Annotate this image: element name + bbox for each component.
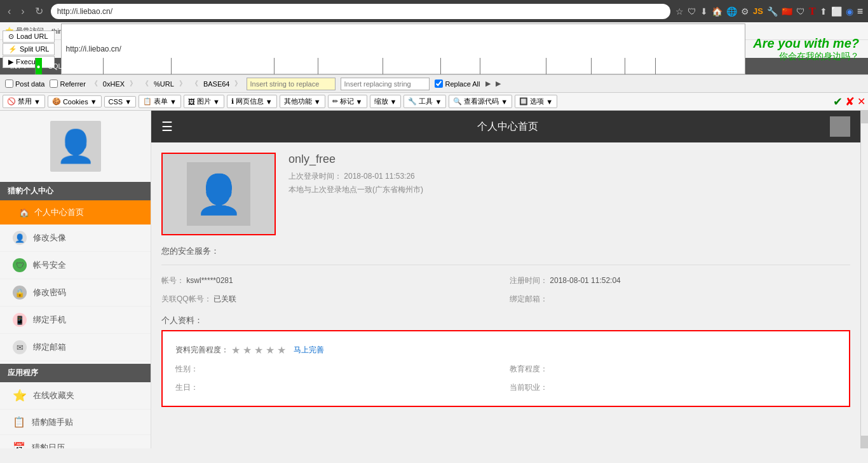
replacing-string-input[interactable] <box>341 78 430 90</box>
sidebar-item-password[interactable]: 🔒 修改密码 <box>0 279 151 307</box>
sidebar-item-security[interactable]: 🛡 帐号安全 <box>0 252 151 279</box>
post-data-checkbox[interactable]: Post data <box>5 79 44 88</box>
scroll-track[interactable] <box>861 123 868 436</box>
hackbar-sql-basics[interactable]: SQL BASICS▼ <box>42 58 104 74</box>
ext-icon3[interactable]: ⬆ <box>820 6 827 17</box>
page-info-button[interactable]: ℹ 网页信息▼ <box>227 95 277 108</box>
disable-button[interactable]: 🚫 禁用▼ <box>3 95 45 108</box>
settings-icon[interactable]: ⚙ <box>741 6 749 17</box>
ext-icon1[interactable]: 🛡 <box>796 6 805 17</box>
shield-icon[interactable]: 🛡 <box>688 6 696 17</box>
tools-icon[interactable]: 🔧 <box>767 6 778 17</box>
source-icon: 🔍 <box>453 97 462 106</box>
chrome-icon[interactable]: ◉ <box>846 6 853 17</box>
replace-all-checkbox[interactable]: Replace All <box>435 79 480 88</box>
sidebar-item-stickers[interactable]: 📋 猎豹随手贴 <box>0 410 151 435</box>
hackbar-xss[interactable]: XSS▼ <box>592 58 626 74</box>
hackbar: ⊙ Load URL ⚡ Split URL ▶ Execute Are you… <box>0 40 868 93</box>
images-button[interactable]: 🖼 图片▼ <box>184 95 224 108</box>
xss-dropdown: ▼ <box>612 62 619 70</box>
url-arrow-left: 《 <box>142 79 149 88</box>
star3: ★ <box>254 344 263 356</box>
hackbar-other[interactable]: OTHER▼ <box>546 58 591 74</box>
apply-arrow1[interactable]: ▶ <box>485 79 491 88</box>
hackbar-encryption[interactable]: ENCRYPTION▼ <box>480 58 546 74</box>
sidebar-item-phone[interactable]: 📱 绑定手机 <box>0 307 151 334</box>
back-button[interactable]: ‹ <box>5 3 13 20</box>
other-func-button[interactable]: 其他功能▼ <box>280 95 325 108</box>
url-arrow-right: 》 <box>179 79 186 88</box>
hex-label: 0xHEX <box>103 80 125 88</box>
menu-icon[interactable]: ≡ <box>857 6 863 17</box>
hackbar-row1: ⊙ Load URL ⚡ Split URL ▶ Execute Are you… <box>0 40 868 58</box>
star-icon[interactable]: ☆ <box>675 6 684 17</box>
ext-icon4[interactable]: ⬜ <box>831 6 842 17</box>
sidebar-item-email[interactable]: ✉ 绑定邮箱 <box>0 334 151 361</box>
refresh-button[interactable]: ↻ <box>32 3 46 20</box>
sidebar-item-home[interactable]: 🏠 个人中心首页 <box>0 200 151 225</box>
security-divider <box>161 265 850 265</box>
view-source-button[interactable]: 🔍 查看源代码▼ <box>449 95 512 108</box>
forms-button[interactable]: 📋 表单▼ <box>139 95 181 108</box>
cookies-button[interactable]: 🍪 Cookies▼ <box>48 95 102 107</box>
replace-all-input[interactable] <box>435 79 443 88</box>
forms-icon: 📋 <box>143 97 152 106</box>
zoom-button[interactable]: 缩放▼ <box>370 95 402 108</box>
profile-info: only_free 上次登录时间： 2018-08-01 11:53:26 本地… <box>288 153 850 235</box>
browser-url-bar[interactable]: http://i.liebao.cn/ <box>51 4 670 19</box>
mark-icon: ✏ <box>332 97 338 106</box>
star4: ★ <box>266 344 275 356</box>
hackbar-union[interactable]: UNION BASED▼ <box>104 58 172 74</box>
options-button[interactable]: 🔲 选项▼ <box>515 95 557 108</box>
sidebar-item-calendar[interactable]: 📅 猎豹日历 <box>0 435 151 448</box>
hackbar-lfi[interactable]: LFI▼ <box>625 58 656 74</box>
tools-menu-button[interactable]: 🔧 工具▼ <box>403 95 446 108</box>
scroll-down-button[interactable] <box>861 436 868 448</box>
profile-avatar-box: 👤 <box>161 153 276 235</box>
email-sidebar-icon: ✉ <box>13 340 27 354</box>
js-icon[interactable]: JS <box>753 6 763 16</box>
hackbar-waf[interactable]: WAF BYPASS▼ <box>318 58 383 74</box>
post-data-input[interactable] <box>5 79 13 88</box>
scrollbar[interactable] <box>860 111 868 448</box>
account-info-grid: 帐号： kswl*****0281 注册时间： 2018-08-01 11:52… <box>161 275 850 305</box>
star5: ★ <box>277 344 286 356</box>
main-layout: 👤 猎豹个人中心 🏠 个人中心首页 👤 修改头像 🛡 帐号安全 🔒 修改密码 📱… <box>0 111 868 448</box>
hackbar-html[interactable]: HTML▼ <box>441 58 480 74</box>
int-indicator: ● <box>37 63 41 70</box>
complete-link[interactable]: 马上完善 <box>294 345 324 356</box>
personal-info-grid: 性别： 教育程度： 生日： 当前职业： <box>175 364 836 393</box>
hackbar-error[interactable]: ERROR/DOUBLE QUERY▼ <box>172 58 275 74</box>
hex-arrow-right: 》 <box>130 79 137 88</box>
ext-icon2[interactable]: T <box>809 6 816 17</box>
css-button[interactable]: CSS▼ <box>104 96 137 107</box>
apply-arrow2[interactable]: ▶ <box>496 79 501 88</box>
completion-row: 资料完善程度： ★ ★ ★ ★ ★ 马上完善 <box>175 344 836 356</box>
sidebar-item-avatar[interactable]: 👤 修改头像 <box>0 225 151 252</box>
header-menu-icon[interactable]: ☰ <box>161 119 173 134</box>
mark-button[interactable]: ✏ 标记▼ <box>328 95 367 108</box>
download-icon[interactable]: ⬇ <box>700 6 708 17</box>
sql-dropdown: ▼ <box>90 62 97 70</box>
close-button[interactable]: ✕ <box>857 95 865 107</box>
load-url-button[interactable]: ⊙ Load URL <box>3 31 55 43</box>
split-url-button[interactable]: ⚡ Split URL <box>3 43 55 55</box>
hackbar-encoding[interactable]: ENCODING▼ <box>383 58 441 74</box>
home-icon[interactable]: 🏠 <box>712 6 722 17</box>
images-icon: 🖼 <box>188 98 195 106</box>
globe-icon[interactable]: 🌐 <box>726 6 737 17</box>
insert-replace-input[interactable] <box>247 78 336 90</box>
forward-button[interactable]: › <box>18 3 27 20</box>
scroll-up-button[interactable] <box>861 111 868 123</box>
referrer-input[interactable] <box>50 79 58 88</box>
browser-toolbar: ‹ › ↻ http://i.liebao.cn/ ☆ 🛡 ⬇ 🏠 🌐 ⚙ JS… <box>0 0 868 22</box>
hackbar-tools[interactable]: TOOLS▼ <box>275 58 318 74</box>
education-item: 教育程度： <box>510 364 836 375</box>
sidebar-item-bookmarks[interactable]: ⭐ 在线收藏夹 <box>0 382 151 410</box>
nav-actions: ✔ ✘ ✕ <box>833 95 865 109</box>
flag-icon: 🇨🇳 <box>782 6 792 17</box>
confirm-button[interactable]: ✔ <box>833 95 843 109</box>
hackbar-int[interactable]: INT ▼ <box>4 58 36 74</box>
referrer-checkbox[interactable]: Referrer <box>50 79 85 88</box>
cancel-button[interactable]: ✘ <box>845 95 855 109</box>
